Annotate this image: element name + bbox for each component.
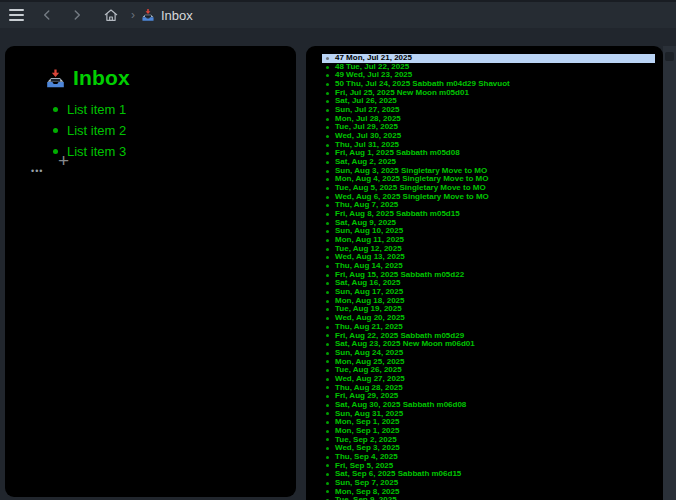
bullet-icon xyxy=(326,256,329,259)
list-item[interactable]: List item 1 xyxy=(45,99,126,120)
add-block-button[interactable]: + xyxy=(58,151,69,170)
bullet-icon xyxy=(326,239,329,242)
bullet-icon xyxy=(326,447,329,450)
breadcrumb-separator: › xyxy=(131,8,135,22)
bullet-icon xyxy=(326,343,329,346)
bullet-icon xyxy=(326,490,329,493)
list-item[interactable]: List item 2 xyxy=(45,120,126,141)
inbox-icon xyxy=(45,68,66,89)
bullet-icon xyxy=(326,412,329,415)
page-title-row: Inbox xyxy=(45,66,130,90)
bullet-icon xyxy=(326,213,329,216)
breadcrumb[interactable]: Inbox xyxy=(141,8,193,23)
main-panel: Inbox List item 1 List item 2 List item … xyxy=(5,46,296,497)
bullet-icon xyxy=(326,326,329,329)
list-item-text[interactable]: List item 3 xyxy=(67,144,126,159)
bullet-icon xyxy=(326,222,329,225)
agenda-date-text[interactable]: Tue, Sep 9, 2025 xyxy=(335,496,397,500)
bullet-icon xyxy=(326,135,329,138)
bullet-icon xyxy=(326,265,329,268)
drag-handle-icon[interactable]: ••• xyxy=(31,167,43,176)
bullet-icon[interactable] xyxy=(53,128,58,133)
bullet-icon xyxy=(326,430,329,433)
bullet-icon xyxy=(326,395,329,398)
bullet-icon xyxy=(326,178,329,181)
topbar: › Inbox xyxy=(0,2,676,28)
bullet-icon xyxy=(326,378,329,381)
back-button[interactable] xyxy=(35,4,59,26)
bullet-icon xyxy=(326,196,329,199)
bullet-icon xyxy=(326,421,329,424)
chevron-left-icon xyxy=(40,8,54,22)
bullet-icon xyxy=(326,204,329,207)
breadcrumb-page-label[interactable]: Inbox xyxy=(161,8,193,23)
bullet-icon xyxy=(326,274,329,277)
list-item-text[interactable]: List item 1 xyxy=(67,102,126,117)
scrollbar[interactable] xyxy=(663,46,676,500)
bullet-icon xyxy=(326,248,329,251)
bullet-icon xyxy=(326,404,329,407)
bullet-icon xyxy=(326,464,329,467)
bullet-icon xyxy=(326,170,329,173)
bullet-icon xyxy=(326,187,329,190)
menu-icon[interactable] xyxy=(3,4,29,26)
agenda-list: 47 Mon, Jul 21, 2025 48 Tue, Jul 22, 202… xyxy=(306,54,663,500)
agenda-panel: 47 Mon, Jul 21, 2025 48 Tue, Jul 22, 202… xyxy=(306,46,663,500)
chevron-right-icon xyxy=(70,8,84,22)
bullet-icon xyxy=(326,144,329,147)
bullet-icon xyxy=(326,360,329,363)
bullet-icon xyxy=(326,282,329,285)
home-button[interactable] xyxy=(99,4,123,26)
home-icon xyxy=(103,7,119,23)
bullet-icon xyxy=(326,57,329,60)
app-window: › Inbox xyxy=(0,0,676,500)
bullet-icon xyxy=(326,92,329,95)
bullet-icon xyxy=(326,161,329,164)
bullet-icon xyxy=(326,317,329,320)
bullet-icon xyxy=(326,300,329,303)
bullet-icon xyxy=(326,482,329,485)
bullet-icon[interactable] xyxy=(53,107,58,112)
bullet-icon xyxy=(326,230,329,233)
inbox-icon xyxy=(141,8,155,22)
bullet-icon xyxy=(326,74,329,77)
bullet-icon xyxy=(326,83,329,86)
content-area: Inbox List item 1 List item 2 List item … xyxy=(0,28,676,500)
bullet-icon xyxy=(326,369,329,372)
bullet-icon xyxy=(326,456,329,459)
agenda-row[interactable]: Tue, Sep 9, 2025 xyxy=(322,496,655,500)
list-item-text[interactable]: List item 2 xyxy=(67,123,126,138)
bullet-icon xyxy=(326,109,329,112)
bullet-icon xyxy=(326,308,329,311)
page-title: Inbox xyxy=(73,66,130,90)
bullet-icon xyxy=(326,438,329,441)
scrollbar-thumb[interactable] xyxy=(665,52,674,61)
bullet-icon xyxy=(326,100,329,103)
bullet-icon xyxy=(326,386,329,389)
bullet-icon xyxy=(326,352,329,355)
forward-button[interactable] xyxy=(65,4,89,26)
bullet-icon xyxy=(326,152,329,155)
bullet-icon xyxy=(326,126,329,129)
bullet-icon xyxy=(326,291,329,294)
bullet-icon xyxy=(326,334,329,337)
bullet-icon xyxy=(326,118,329,121)
bullet-icon xyxy=(326,66,329,69)
bullet-icon xyxy=(326,473,329,476)
